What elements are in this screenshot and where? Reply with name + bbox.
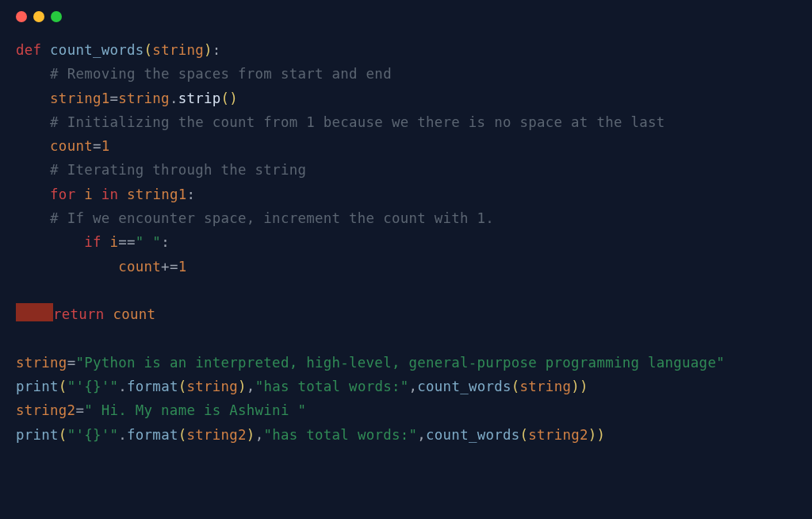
string: "has total words:" (263, 427, 417, 443)
dot: . (118, 427, 127, 443)
code-window: def count_words(string): # Removing the … (0, 0, 812, 519)
dot: . (118, 379, 127, 394)
comment: # Removing the spaces from start and end (50, 66, 392, 82)
format-fn: format (127, 379, 178, 394)
function-call: count_words (417, 379, 511, 394)
paren: ( (511, 379, 520, 394)
paren: () (221, 90, 239, 106)
variable: count (113, 306, 155, 322)
paren: ( (178, 379, 187, 394)
paren: ( (59, 379, 67, 394)
string: "'{}'" (67, 427, 119, 443)
error-highlight (16, 303, 53, 321)
string: " " (136, 234, 161, 250)
op: = (109, 90, 118, 106)
function-name: count_words (50, 42, 144, 58)
string: "Python is an interpreted, high-level, g… (75, 355, 725, 371)
string: " Hi. My name is Ashwini " (84, 402, 306, 418)
paren: )) (588, 427, 606, 443)
variable: i (110, 234, 119, 250)
keyword-return: return (53, 306, 105, 322)
variable: string (16, 355, 67, 371)
op: = (75, 402, 84, 418)
paren: ( (178, 427, 187, 443)
paren: ( (144, 42, 153, 58)
variable: string (520, 379, 572, 394)
code-content: def count_words(string): # Removing the … (0, 22, 812, 447)
format-fn: format (127, 427, 178, 443)
paren: )) (571, 379, 588, 394)
comment: # Initializing the count from 1 because … (50, 114, 665, 130)
minimize-icon[interactable] (33, 11, 44, 22)
op: = (93, 138, 102, 154)
variable: string2 (186, 427, 246, 443)
keyword-if: if (84, 234, 102, 250)
paren: ( (59, 427, 67, 443)
string: "'{}'" (67, 379, 119, 394)
param: string (152, 42, 204, 58)
paren: ) (238, 379, 247, 394)
variable: string1 (50, 90, 109, 106)
number: 1 (178, 259, 187, 275)
variable: string (186, 379, 238, 394)
number: 1 (102, 138, 110, 154)
window-controls (0, 0, 812, 22)
variable: i (84, 186, 93, 202)
variable: string2 (528, 427, 588, 443)
close-icon[interactable] (16, 11, 27, 22)
keyword-def: def (16, 42, 41, 58)
print-fn: print (16, 379, 59, 394)
paren: ( (520, 427, 529, 443)
maximize-icon[interactable] (51, 11, 62, 22)
comment: # If we encounter space, increment the c… (50, 210, 494, 226)
dot: . (170, 90, 178, 106)
function-call: count_words (426, 427, 519, 443)
variable: string2 (16, 402, 75, 418)
paren: ) (204, 42, 213, 58)
variable: count (50, 138, 93, 154)
op: += (161, 259, 178, 275)
method: strip (178, 90, 221, 106)
variable: string1 (127, 186, 186, 202)
op: == (118, 234, 136, 250)
keyword-in: in (102, 186, 119, 202)
comment: # Iterating through the string (50, 162, 306, 178)
keyword-for: for (50, 186, 75, 202)
variable: string (118, 90, 170, 106)
paren: ) (247, 427, 255, 443)
variable: count (118, 259, 161, 275)
print-fn: print (16, 427, 59, 443)
string: "has total words:" (255, 379, 409, 394)
op: = (67, 355, 76, 371)
